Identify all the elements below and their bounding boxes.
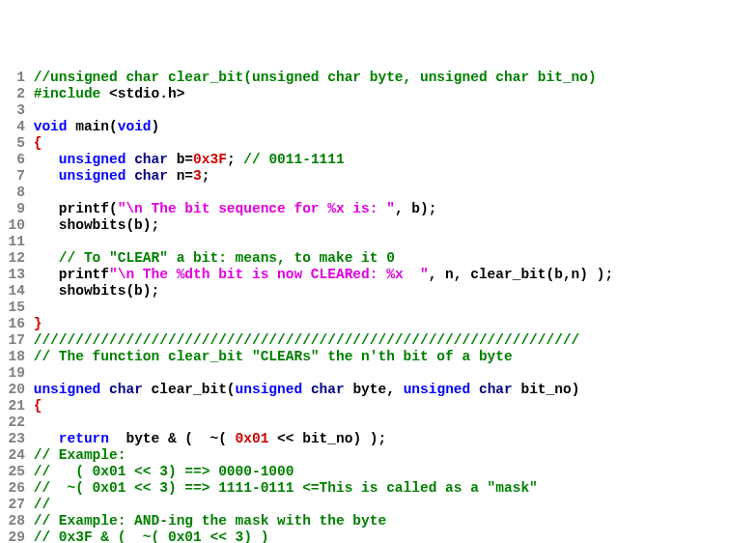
code-line: 13 printf"\n The %dth bit is now CLEARed… [4, 267, 752, 283]
token [100, 382, 109, 397]
token: //unsigned char clear_bit(unsigned char … [34, 70, 597, 85]
token: // 0011-1111 [243, 152, 344, 167]
code-line: 25 // ( 0x01 << 3) ==> 0000-1000 [4, 464, 752, 480]
token: // To "CLEAR" a bit: means, to make it 0 [59, 250, 395, 266]
line-number: 4 [4, 119, 25, 135]
token: // ~( 0x01 << 3) ==> 1111-0111 <=This is… [34, 480, 538, 496]
line-number: 6 [4, 152, 25, 168]
token: #include [34, 86, 101, 101]
code-line: 20 unsigned char clear_bit(unsigned char… [4, 382, 752, 398]
line-number: 25 [4, 464, 25, 480]
line-number: 1 [4, 70, 25, 86]
token: b= [168, 152, 193, 167]
code-line: 27 // [4, 497, 752, 513]
line-number: 12 [4, 250, 25, 267]
token: ; [202, 168, 210, 184]
line-number: 10 [4, 217, 25, 234]
token: return [59, 431, 109, 446]
code-line: 1 //unsigned char clear_bit(unsigned cha… [4, 70, 752, 86]
token: 0x3F [193, 152, 227, 167]
line-number: 15 [4, 300, 25, 316]
token: void [34, 119, 68, 134]
line-number: 27 [4, 497, 25, 513]
code-line: 7 unsigned char n=3; [4, 168, 752, 185]
token: clear_bit( [143, 382, 236, 397]
line-number: 8 [4, 185, 25, 201]
token: // 0x3F & ( ~( 0x01 << 3) ) [34, 529, 269, 543]
token: "\n The bit sequence for %x is: " [118, 201, 395, 216]
token: << bit_no) ); [268, 431, 386, 446]
token: // The function clear_bit "CLEARs" the n… [34, 349, 513, 364]
token: { [34, 398, 42, 414]
token [302, 382, 311, 397]
line-number: 11 [4, 234, 25, 250]
code-line: 21 { [4, 398, 752, 414]
code-line: 16 } [4, 316, 752, 332]
code-line: 17 /////////////////////////////////////… [4, 332, 752, 349]
line-number: 29 [4, 529, 25, 543]
token: byte, [345, 382, 404, 397]
line-number: 26 [4, 480, 25, 497]
token: byte & ( ~( [109, 431, 236, 446]
token: } [34, 316, 42, 331]
token: // Example: AND-ing the mask with the by… [34, 513, 386, 529]
token: main( [68, 119, 118, 134]
token: unsigned [236, 382, 303, 397]
code-line: 11 [4, 234, 752, 250]
token: unsigned [59, 152, 126, 167]
line-number: 18 [4, 349, 25, 365]
token: unsigned [34, 382, 101, 397]
code-line: 8 [4, 185, 752, 201]
token: { [34, 135, 42, 151]
code-block: 1 //unsigned char clear_bit(unsigned cha… [4, 70, 752, 543]
token [34, 168, 59, 184]
token: showbits(b); [34, 283, 160, 299]
token: // ( 0x01 << 3) ==> 0000-1000 [34, 464, 294, 479]
token: 0x01 [236, 431, 269, 446]
token: printf( [34, 201, 118, 216]
line-number: 28 [4, 513, 25, 529]
code-line: 5 { [4, 135, 752, 152]
line-number: 5 [4, 135, 25, 152]
token [126, 152, 134, 167]
code-line: 24 // Example: [4, 447, 752, 464]
code-line: 2 #include <stdio.h> [4, 86, 752, 102]
token: bit_no) [513, 382, 580, 397]
code-line: 18 // The function clear_bit "CLEARs" th… [4, 349, 752, 365]
token: char [311, 382, 345, 397]
token: <stdio.h> [100, 86, 184, 101]
line-number: 21 [4, 398, 25, 414]
line-number: 14 [4, 283, 25, 300]
code-line: 12 // To "CLEAR" a bit: means, to make i… [4, 250, 752, 267]
token: ////////////////////////////////////////… [34, 332, 580, 348]
line-number: 3 [4, 102, 25, 119]
token: unsigned [404, 382, 471, 397]
token: ) [152, 119, 160, 134]
token: char [109, 382, 143, 397]
code-line: 4 void main(void) [4, 119, 752, 135]
line-number: 17 [4, 332, 25, 349]
token: char [134, 152, 168, 167]
token [126, 168, 134, 184]
token: "\n The %dth bit is now CLEARed: %x " [109, 267, 429, 282]
token: printf [34, 267, 109, 282]
code-line: 14 showbits(b); [4, 283, 752, 300]
code-line: 29 // 0x3F & ( ~( 0x01 << 3) ) [4, 529, 752, 543]
line-number: 9 [4, 201, 25, 217]
token: ; [227, 152, 243, 167]
line-number: 2 [4, 86, 25, 102]
token [34, 431, 59, 446]
line-number: 22 [4, 414, 25, 431]
token: // Example: [34, 447, 126, 463]
line-number: 13 [4, 267, 25, 283]
line-number: 19 [4, 365, 25, 382]
token: char [134, 168, 168, 184]
code-line: 9 printf("\n The bit sequence for %x is:… [4, 201, 752, 217]
token: char [479, 382, 513, 397]
code-line: 26 // ~( 0x01 << 3) ==> 1111-0111 <=This… [4, 480, 752, 497]
line-number: 16 [4, 316, 25, 332]
code-line: 15 [4, 300, 752, 316]
code-line: 28 // Example: AND-ing the mask with the… [4, 513, 752, 529]
line-number: 20 [4, 382, 25, 398]
token: , n, clear_bit(b,n) ); [429, 267, 613, 282]
